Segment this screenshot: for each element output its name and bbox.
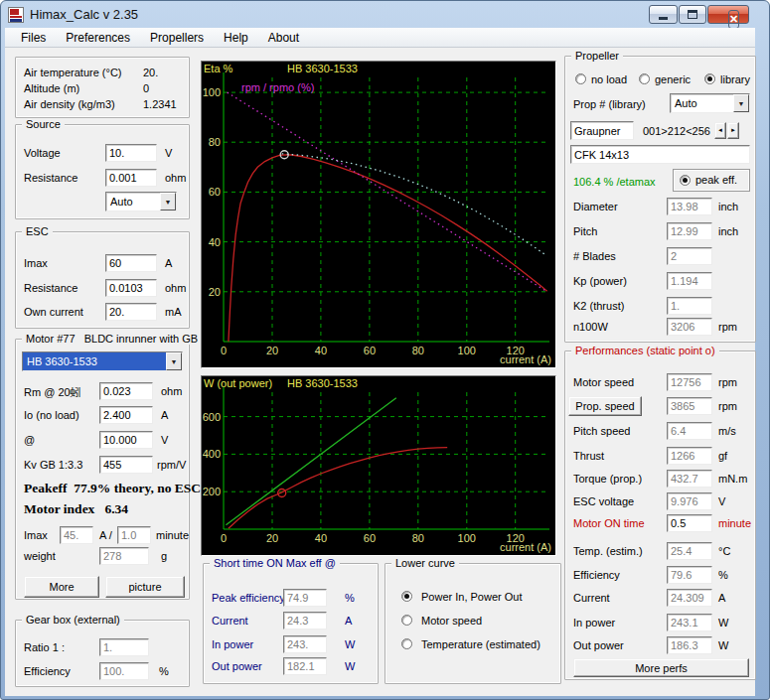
out-power-field <box>667 636 712 654</box>
motor-title: Motor #77 BLDC inrunner with GB <box>22 333 202 345</box>
st-in-power-field <box>283 635 327 653</box>
in-power-label: In power <box>573 617 615 629</box>
radio-temperature[interactable] <box>401 638 412 649</box>
efficiency-unit: % <box>718 569 728 581</box>
radio-peak-eff[interactable] <box>680 175 691 186</box>
svg-text:60: 60 <box>209 186 221 198</box>
voltage-input[interactable] <box>105 144 157 162</box>
minimize-button[interactable] <box>649 5 678 24</box>
performances-title: Performances (static point o) <box>571 345 719 356</box>
chevron-down-icon[interactable]: ▼ <box>166 352 182 370</box>
io-input[interactable] <box>99 406 153 424</box>
st-current-unit: A <box>345 615 352 627</box>
at-voltage-input[interactable] <box>99 431 153 449</box>
efficiency-label: Efficiency <box>573 569 620 581</box>
maximize-button[interactable] <box>679 5 706 24</box>
air-density-label: Air density (kg/m3) <box>24 98 115 110</box>
menu-about[interactable]: About <box>258 29 309 47</box>
motor-speed-label: Motor speed <box>573 376 634 388</box>
svg-text:80: 80 <box>209 136 221 148</box>
radio-power-in-out[interactable] <box>401 591 412 602</box>
chevron-down-icon[interactable]: ▼ <box>160 193 176 210</box>
esc-own-current-input[interactable] <box>105 303 157 321</box>
radio-generic[interactable] <box>639 73 650 84</box>
gear-efficiency-label: Efficiency <box>24 665 71 677</box>
motor-imax-input <box>60 526 93 544</box>
svg-text:20: 20 <box>266 345 278 356</box>
svg-text:40: 40 <box>315 345 327 356</box>
efficiency-field <box>667 566 712 584</box>
voltage-unit: V <box>165 147 172 159</box>
esc-resistance-unit: ohm <box>165 282 186 294</box>
more-perfs-button[interactable]: More perfs <box>573 658 749 677</box>
picture-button[interactable]: picture <box>105 576 185 598</box>
chevron-down-icon[interactable]: ▼ <box>733 94 749 112</box>
source-mode-select[interactable]: Auto ▼ <box>105 192 177 211</box>
rm-input[interactable] <box>99 382 153 400</box>
altitude-label: Altitude (m) <box>24 82 79 94</box>
st-out-power-label: Out power <box>212 660 262 672</box>
st-in-power-label: In power <box>212 638 253 650</box>
close-icon: ✕ <box>728 10 739 29</box>
motor-on-time-input[interactable] <box>667 514 712 532</box>
motor-imax-unit: minute <box>156 529 189 541</box>
svg-text:rpm / rpmo (%): rpm / rpmo (%) <box>241 81 314 93</box>
current-field <box>667 589 712 607</box>
source-resistance-unit: ohm <box>165 172 186 184</box>
temp-unit: °C <box>718 545 730 557</box>
prop-brand-input[interactable] <box>570 121 634 140</box>
radio-temperature-label: Temperature (estimated) <box>421 638 540 650</box>
source-mode-value: Auto <box>106 193 160 210</box>
menu-propellers[interactable]: Propellers <box>140 29 214 47</box>
title-bar[interactable]: Himax_Calc v 2.35 ✕ <box>1 1 769 28</box>
performances-panel: Performances (static point o) Motor spee… <box>564 350 756 680</box>
radio-library-label: library <box>720 73 750 85</box>
arrow-left-icon[interactable]: ◄ <box>714 122 726 139</box>
prop-speed-button[interactable]: Prop. speed <box>568 396 642 416</box>
menu-files[interactable]: Files <box>11 29 56 47</box>
esc-voltage-label: ESC voltage <box>573 495 634 507</box>
esc-resistance-label: Resistance <box>24 282 77 294</box>
radio-library[interactable] <box>704 73 715 84</box>
prop-mode-select[interactable]: Auto ▼ <box>670 93 750 113</box>
pitch-speed-field <box>667 422 712 440</box>
source-title: Source <box>22 118 65 130</box>
pitch-unit: inch <box>718 225 738 237</box>
window-title: Himax_Calc v 2.35 <box>30 7 138 22</box>
menu-help[interactable]: Help <box>214 29 258 47</box>
esc-resistance-input[interactable] <box>105 279 157 297</box>
air-temperature-value: 20. <box>143 67 158 78</box>
weight-unit: g <box>161 550 167 562</box>
esc-imax-input[interactable] <box>105 254 157 272</box>
close-button[interactable]: ✕ <box>707 5 749 24</box>
diameter-label: Diameter <box>573 201 618 212</box>
svg-text:40: 40 <box>315 532 327 544</box>
n100w-unit: rpm <box>718 321 737 333</box>
esc-voltage-field <box>667 492 712 510</box>
current-unit: A <box>718 592 725 604</box>
more-button[interactable]: More <box>24 576 99 598</box>
at-voltage-label: @ <box>24 434 35 446</box>
minimize-icon <box>659 17 668 20</box>
blades-label: # Blades <box>573 250 616 262</box>
power-chart-svg: 200400600020406080100120W (out power)HB … <box>202 376 555 555</box>
menu-preferences[interactable]: Preferences <box>56 29 140 47</box>
st-out-power-unit: W <box>345 660 355 672</box>
out-power-label: Out power <box>573 639 624 651</box>
radio-motor-speed[interactable] <box>401 615 412 626</box>
source-resistance-input[interactable] <box>105 169 157 187</box>
thrust-unit: gf <box>718 450 727 462</box>
kv-input[interactable] <box>99 456 153 474</box>
motor-select[interactable]: HB 3630-1533 ▼ <box>22 351 183 371</box>
prop-name-input[interactable] <box>570 145 750 164</box>
at-voltage-unit: V <box>161 434 168 446</box>
in-power-field <box>667 614 712 631</box>
radio-no-load[interactable] <box>575 73 586 84</box>
current-label: Current <box>573 592 610 604</box>
arrow-right-icon[interactable]: ► <box>727 122 739 139</box>
svg-text:100: 100 <box>203 86 221 98</box>
svg-text:400: 400 <box>203 448 221 460</box>
prop-speed-unit: rpm <box>718 400 737 412</box>
radio-peak-eff-label: peak eff. <box>695 174 737 186</box>
temp-field <box>667 542 712 560</box>
